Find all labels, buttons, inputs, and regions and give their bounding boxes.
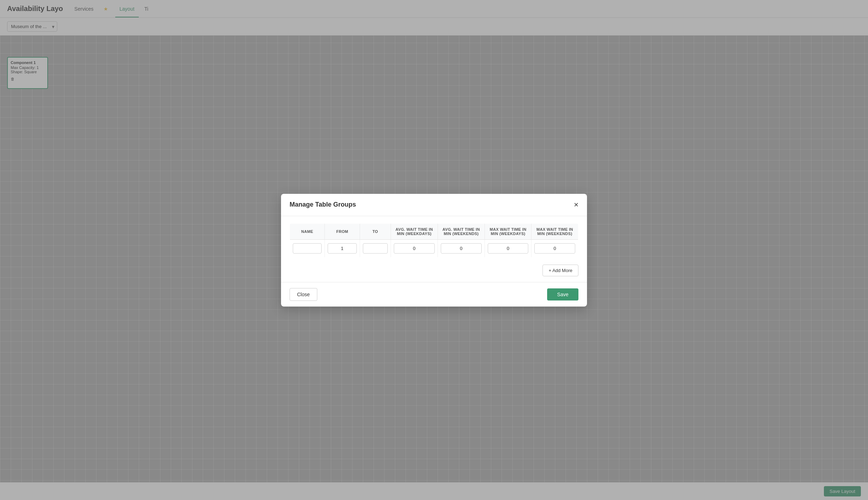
cell-from xyxy=(325,239,360,257)
col-header-max-wait-weekends: MAX WAIT TIME IN MIN (WEEKENDS) xyxy=(531,223,578,239)
col-header-to: TO xyxy=(360,223,391,239)
cell-max-wait-weekends xyxy=(531,239,578,257)
cell-avg-wait-weekdays xyxy=(391,239,438,257)
add-more-button[interactable]: + Add More xyxy=(542,265,578,276)
input-from[interactable] xyxy=(328,243,356,254)
add-more-section: + Add More xyxy=(281,265,587,282)
table-header: NAME FROM TO AVG. WAIT TIME IN MIN (WEEK… xyxy=(290,223,578,239)
modal-overlay: Manage Table Groups × NAME FROM TO xyxy=(0,0,868,500)
table-body xyxy=(290,239,578,257)
col-header-from: FROM xyxy=(325,223,360,239)
modal-title: Manage Table Groups xyxy=(290,201,356,208)
modal-header: Manage Table Groups × xyxy=(281,194,587,216)
modal-footer: Close Save xyxy=(281,282,587,307)
modal-body: NAME FROM TO AVG. WAIT TIME IN MIN (WEEK… xyxy=(281,216,587,265)
input-max-wait-weekdays[interactable] xyxy=(488,243,528,254)
input-max-wait-weekends[interactable] xyxy=(534,243,575,254)
col-header-max-wait-weekdays: MAX WAIT TIME IN MIN (WEEKDAYS) xyxy=(485,223,531,239)
col-header-name: NAME xyxy=(290,223,325,239)
table-header-row: NAME FROM TO AVG. WAIT TIME IN MIN (WEEK… xyxy=(290,223,578,239)
cell-to xyxy=(360,239,391,257)
input-avg-wait-weekends[interactable] xyxy=(441,243,482,254)
modal-close-footer-button[interactable]: Close xyxy=(290,288,317,301)
cell-avg-wait-weekends xyxy=(438,239,485,257)
manage-table: NAME FROM TO AVG. WAIT TIME IN MIN (WEEK… xyxy=(290,223,578,257)
input-name[interactable] xyxy=(293,243,322,254)
cell-max-wait-weekdays xyxy=(485,239,531,257)
col-header-avg-wait-weekends: AVG. WAIT TIME IN MIN (WEEKENDS) xyxy=(438,223,485,239)
col-header-avg-wait-weekdays: AVG. WAIT TIME IN MIN (WEEKDAYS) xyxy=(391,223,438,239)
modal-close-button[interactable]: × xyxy=(574,201,578,209)
input-to[interactable] xyxy=(363,243,388,254)
input-avg-wait-weekdays[interactable] xyxy=(394,243,434,254)
manage-table-groups-modal: Manage Table Groups × NAME FROM TO xyxy=(281,194,587,307)
table-row xyxy=(290,239,578,257)
cell-name xyxy=(290,239,325,257)
modal-save-button[interactable]: Save xyxy=(547,288,578,300)
